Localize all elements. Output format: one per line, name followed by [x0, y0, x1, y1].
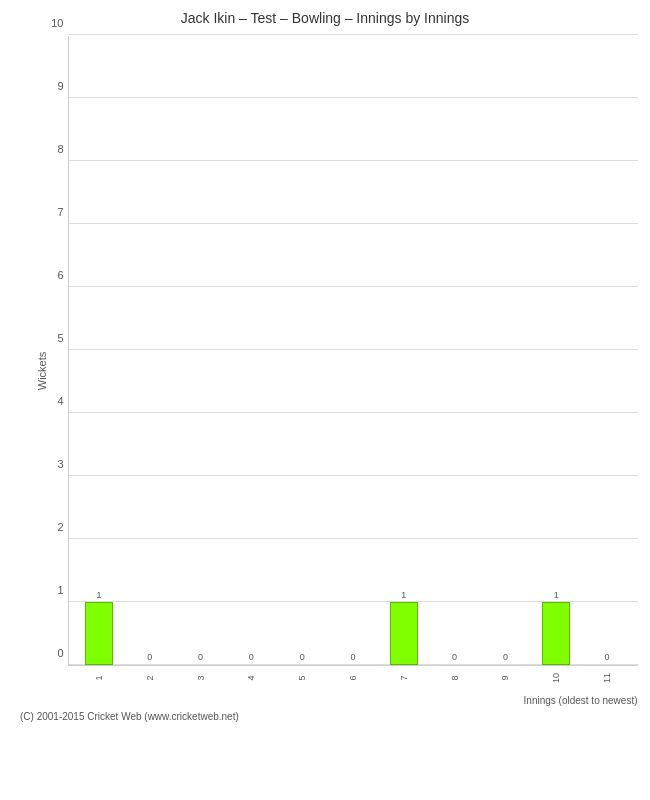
bar	[441, 664, 469, 665]
x-tick: 7	[399, 675, 409, 680]
bar-value-label: 1	[554, 590, 559, 600]
bar-group: 05	[277, 36, 328, 665]
grid-line	[69, 34, 638, 35]
y-tick: 1	[44, 584, 64, 596]
bar-group: 08	[429, 36, 480, 665]
chart-inner: 012345678910110203040506170809110011	[68, 36, 638, 666]
y-tick: 9	[44, 80, 64, 92]
x-tick: 4	[246, 675, 256, 680]
y-tick: 5	[44, 332, 64, 344]
bar-group: 04	[226, 36, 277, 665]
bar-group: 02	[124, 36, 175, 665]
bar-group: 17	[378, 36, 429, 665]
bar-value-label: 0	[147, 652, 152, 662]
bar-group: 03	[175, 36, 226, 665]
bar	[491, 664, 519, 665]
bar-value-label: 0	[198, 652, 203, 662]
bar-value-label: 0	[503, 652, 508, 662]
bar	[339, 664, 367, 665]
bar	[136, 664, 164, 665]
y-tick: 4	[44, 395, 64, 407]
bar	[288, 664, 316, 665]
x-tick: 5	[297, 675, 307, 680]
y-tick: 8	[44, 143, 64, 155]
y-tick: 7	[44, 206, 64, 218]
x-tick: 10	[551, 673, 561, 683]
bar-value-label: 0	[605, 652, 610, 662]
x-tick: 11	[602, 673, 612, 683]
x-tick: 6	[348, 675, 358, 680]
y-tick: 6	[44, 269, 64, 281]
bar	[237, 664, 265, 665]
bar-group: 09	[480, 36, 531, 665]
bar-group: 110	[531, 36, 582, 665]
x-tick: 8	[450, 675, 460, 680]
bar	[187, 664, 215, 665]
bar	[542, 602, 570, 665]
bar-value-label: 0	[452, 652, 457, 662]
footer-text: (C) 2001-2015 Cricket Web (www.cricketwe…	[20, 711, 239, 722]
y-tick: 0	[44, 647, 64, 659]
bar-group: 011	[582, 36, 633, 665]
x-tick: 3	[196, 675, 206, 680]
chart-title: Jack Ikin – Test – Bowling – Innings by …	[181, 10, 469, 26]
x-axis-label: Innings (oldest to newest)	[524, 695, 638, 706]
x-tick: 9	[500, 675, 510, 680]
bar-group: 06	[328, 36, 379, 665]
y-axis-label: Wickets	[36, 352, 48, 391]
bar	[390, 602, 418, 665]
bar	[593, 664, 621, 665]
chart-container: Jack Ikin – Test – Bowling – Innings by …	[0, 0, 650, 800]
bar-value-label: 1	[401, 590, 406, 600]
y-tick: 10	[44, 17, 64, 29]
y-tick: 2	[44, 521, 64, 533]
bar-value-label: 0	[249, 652, 254, 662]
bar-value-label: 0	[300, 652, 305, 662]
bar-value-label: 0	[350, 652, 355, 662]
bar	[85, 602, 113, 665]
x-tick: 1	[94, 675, 104, 680]
chart-area: Wickets 01234567891011020304050617080911…	[68, 36, 638, 706]
x-tick: 2	[145, 675, 155, 680]
bar-value-label: 1	[96, 590, 101, 600]
bars-area: 110203040506170809110011	[69, 36, 638, 665]
y-tick: 3	[44, 458, 64, 470]
bar-group: 11	[74, 36, 125, 665]
